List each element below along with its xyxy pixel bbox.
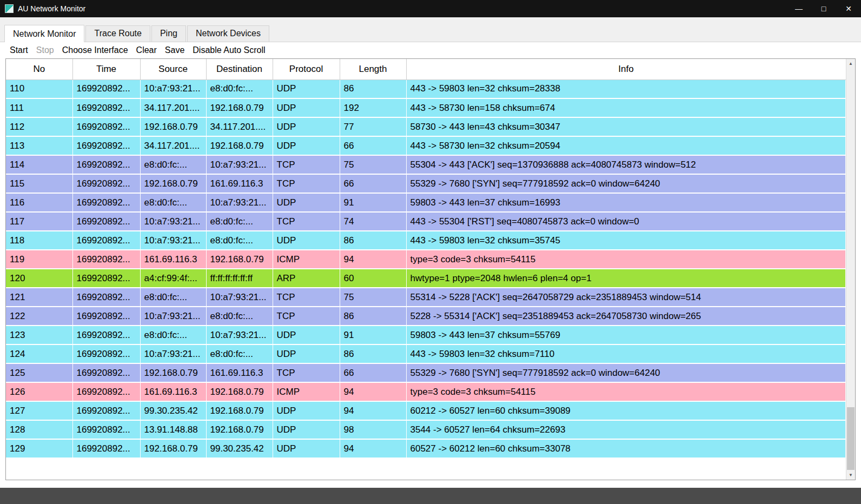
- cell-time: 169920892...: [72, 382, 140, 401]
- packet-row[interactable]: 123169920892...e8:d0:fc:...10:a7:93:21..…: [6, 326, 846, 344]
- cell-destination: e8:d0:fc:...: [206, 79, 273, 98]
- cell-time: 169920892...: [72, 420, 140, 439]
- cell-source: 192.168.0.79: [140, 117, 206, 136]
- packet-row[interactable]: 125169920892...192.168.0.79161.69.116.3T…: [6, 363, 846, 382]
- cell-no: 115: [6, 174, 72, 193]
- packet-row[interactable]: 116169920892...e8:d0:fc:...10:a7:93:21..…: [6, 193, 846, 212]
- cell-no: 125: [6, 363, 72, 382]
- cell-time: 169920892...: [72, 269, 140, 288]
- packet-row[interactable]: 126169920892...161.69.116.3192.168.0.79I…: [6, 382, 846, 401]
- cell-no: 128: [6, 420, 72, 439]
- cell-protocol: UDP: [273, 401, 340, 420]
- cell-source: e8:d0:fc:...: [140, 288, 206, 307]
- cell-time: 169920892...: [72, 439, 140, 458]
- cell-info: 443 -> 59803 len=32 chksum=35745: [406, 231, 846, 250]
- cell-info: 59803 -> 443 len=37 chksum=16993: [406, 193, 846, 212]
- maximize-button[interactable]: □: [811, 0, 836, 17]
- packet-row[interactable]: 129169920892...192.168.0.7999.30.235.42U…: [6, 439, 846, 458]
- cell-protocol: TCP: [273, 174, 340, 193]
- cell-info: type=3 code=3 chksum=54115: [406, 382, 846, 401]
- toolbar: Start Stop Choose Interface Clear Save D…: [0, 42, 861, 58]
- cell-source: 10:a7:93:21...: [140, 79, 206, 98]
- cell-no: 112: [6, 117, 72, 136]
- choose-interface-button[interactable]: Choose Interface: [62, 45, 128, 55]
- cell-no: 127: [6, 401, 72, 420]
- packet-row[interactable]: 111169920892...34.117.201....192.168.0.7…: [6, 98, 846, 117]
- scroll-down-icon[interactable]: ▼: [846, 470, 855, 480]
- cell-protocol: UDP: [273, 420, 340, 439]
- cell-source: a4:cf:99:4f:...: [140, 269, 206, 288]
- cell-length: 77: [340, 117, 406, 136]
- packet-row[interactable]: 121169920892...e8:d0:fc:...10:a7:93:21..…: [6, 288, 846, 307]
- disable-auto-scroll-button[interactable]: Disable Auto Scroll: [193, 45, 265, 55]
- cell-source: 161.69.116.3: [140, 250, 206, 269]
- stop-button: Stop: [36, 45, 54, 55]
- cell-length: 66: [340, 136, 406, 155]
- packet-row[interactable]: 119169920892...161.69.116.3192.168.0.79I…: [6, 250, 846, 269]
- column-header-no[interactable]: No: [6, 59, 72, 79]
- column-header-protocol[interactable]: Protocol: [273, 59, 340, 79]
- packet-row[interactable]: 112169920892...192.168.0.7934.117.201...…: [6, 117, 846, 136]
- tab-ping[interactable]: Ping: [151, 25, 186, 42]
- packet-row[interactable]: 117169920892...10:a7:93:21...e8:d0:fc:..…: [6, 212, 846, 231]
- cell-info: 443 -> 55304 ['RST'] seq=4080745873 ack=…: [406, 212, 846, 231]
- cell-destination: e8:d0:fc:...: [206, 307, 273, 326]
- cell-destination: ff:ff:ff:ff:ff:ff: [206, 269, 273, 288]
- cell-destination: 99.30.235.42: [206, 439, 273, 458]
- tab-network-devices[interactable]: Network Devices: [187, 25, 269, 42]
- packet-row[interactable]: 114169920892...e8:d0:fc:...10:a7:93:21..…: [6, 155, 846, 174]
- packet-row[interactable]: 120169920892...a4:cf:99:4f:...ff:ff:ff:f…: [6, 269, 846, 288]
- packet-row[interactable]: 113169920892...34.117.201....192.168.0.7…: [6, 136, 846, 155]
- tab-network-monitor[interactable]: Network Monitor: [4, 25, 84, 42]
- cell-time: 169920892...: [72, 231, 140, 250]
- column-header-length[interactable]: Length: [340, 59, 406, 79]
- minimize-button[interactable]: —: [786, 0, 811, 17]
- cell-source: 192.168.0.79: [140, 439, 206, 458]
- cell-length: 86: [340, 231, 406, 250]
- scroll-up-icon[interactable]: ▲: [846, 59, 855, 68]
- packet-row[interactable]: 122169920892...10:a7:93:21...e8:d0:fc:..…: [6, 307, 846, 326]
- titlebar: AU Network Monitor — □ ✕: [0, 0, 861, 17]
- vertical-scrollbar[interactable]: ▲ ▼: [846, 59, 855, 480]
- packet-row[interactable]: 118169920892...10:a7:93:21...e8:d0:fc:..…: [6, 231, 846, 250]
- cell-length: 86: [340, 307, 406, 326]
- packet-row[interactable]: 127169920892...99.30.235.42192.168.0.79U…: [6, 401, 846, 420]
- cell-destination: 10:a7:93:21...: [206, 193, 273, 212]
- scrollbar-thumb[interactable]: [847, 407, 855, 470]
- cell-destination: 10:a7:93:21...: [206, 288, 273, 307]
- cell-length: 66: [340, 363, 406, 382]
- column-header-destination[interactable]: Destination: [206, 59, 273, 79]
- packet-row[interactable]: 124169920892...10:a7:93:21...e8:d0:fc:..…: [6, 344, 846, 363]
- cell-time: 169920892...: [72, 288, 140, 307]
- close-button[interactable]: ✕: [836, 0, 861, 17]
- tab-trace-route[interactable]: Trace Route: [85, 25, 150, 42]
- cell-length: 74: [340, 212, 406, 231]
- packet-table-body: 110169920892...10:a7:93:21...e8:d0:fc:..…: [6, 79, 846, 458]
- cell-time: 169920892...: [72, 363, 140, 382]
- cell-source: 99.30.235.42: [140, 401, 206, 420]
- cell-no: 129: [6, 439, 72, 458]
- cell-protocol: UDP: [273, 439, 340, 458]
- column-header-info[interactable]: Info: [406, 59, 846, 79]
- cell-destination: 192.168.0.79: [206, 401, 273, 420]
- cell-protocol: ARP: [273, 269, 340, 288]
- cell-protocol: UDP: [273, 98, 340, 117]
- cell-no: 117: [6, 212, 72, 231]
- cell-length: 60: [340, 269, 406, 288]
- packet-row[interactable]: 115169920892...192.168.0.79161.69.116.3T…: [6, 174, 846, 193]
- clear-button[interactable]: Clear: [136, 45, 157, 55]
- cell-time: 169920892...: [72, 250, 140, 269]
- cell-no: 111: [6, 98, 72, 117]
- column-header-source[interactable]: Source: [140, 59, 206, 79]
- cell-protocol: UDP: [273, 344, 340, 363]
- save-button[interactable]: Save: [165, 45, 184, 55]
- cell-length: 86: [340, 79, 406, 98]
- packet-row[interactable]: 128169920892...13.91.148.88192.168.0.79U…: [6, 420, 846, 439]
- cell-length: 98: [340, 420, 406, 439]
- packet-row[interactable]: 110169920892...10:a7:93:21...e8:d0:fc:..…: [6, 79, 846, 98]
- cell-no: 116: [6, 193, 72, 212]
- column-header-time[interactable]: Time: [72, 59, 140, 79]
- cell-source: 10:a7:93:21...: [140, 212, 206, 231]
- start-button[interactable]: Start: [10, 45, 28, 55]
- cell-info: 443 -> 58730 len=158 chksum=674: [406, 98, 846, 117]
